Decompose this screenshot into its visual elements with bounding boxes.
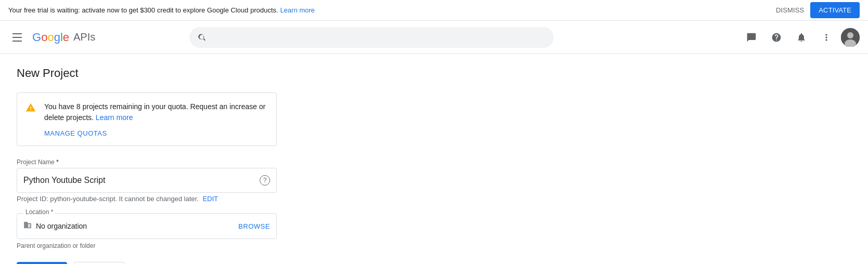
svg-point-1 xyxy=(847,32,853,38)
location-label: Location * xyxy=(23,208,55,216)
support-icon xyxy=(746,32,757,43)
header: Google APIs xyxy=(0,21,868,54)
browse-button[interactable]: BROWSE xyxy=(238,222,270,230)
banner-actions: DISMISS ACTIVATE xyxy=(776,2,860,18)
header-right xyxy=(741,27,860,48)
hamburger-line xyxy=(12,37,22,38)
hamburger-line xyxy=(12,33,22,34)
warning-box: You have 8 projects remaining in your qu… xyxy=(17,93,277,146)
hamburger-line xyxy=(12,41,22,42)
edit-project-id-link[interactable]: EDIT xyxy=(202,195,218,203)
cancel-button[interactable]: CANCEL xyxy=(73,262,125,264)
warning-content: You have 8 projects remaining in your qu… xyxy=(44,101,268,137)
top-banner: Your free trial is waiting: activate now… xyxy=(0,0,868,21)
project-name-label: Project Name * xyxy=(17,159,277,166)
organization-icon xyxy=(23,221,32,231)
dismiss-button[interactable]: DISMISS xyxy=(776,6,804,14)
search-input-wrapper xyxy=(189,27,554,48)
banner-text: Your free trial is waiting: activate now… xyxy=(8,6,278,14)
location-row: No organization BROWSE xyxy=(17,214,276,239)
logo-link[interactable]: Google APIs xyxy=(32,31,95,44)
warning-text: You have 8 projects remaining in your qu… xyxy=(44,101,268,123)
manage-quotas-link[interactable]: MANAGE QUOTAS xyxy=(44,129,107,137)
help-icon-button[interactable] xyxy=(766,27,787,48)
project-id-text: Project ID: python-youtube-script. It ca… xyxy=(17,195,277,203)
banner-message: Your free trial is waiting: activate now… xyxy=(8,6,315,14)
project-name-help-icon[interactable]: ? xyxy=(260,175,270,186)
logo-apis-text: APIs xyxy=(73,31,95,43)
hamburger-menu-button[interactable] xyxy=(8,29,26,46)
notifications-icon xyxy=(796,32,807,43)
logo-google: Google xyxy=(32,31,69,44)
action-buttons: CREATE CANCEL xyxy=(17,262,277,264)
warning-learn-more-link[interactable]: Learn more xyxy=(96,113,133,122)
more-vertical-icon xyxy=(821,32,832,43)
banner-learn-more-link[interactable]: Learn more xyxy=(280,6,314,14)
project-name-input[interactable] xyxy=(23,176,260,185)
parent-org-text: Parent organization or folder xyxy=(17,242,277,249)
user-avatar-image xyxy=(841,28,860,47)
project-name-input-wrapper: ? xyxy=(17,168,277,193)
more-options-button[interactable] xyxy=(816,27,837,48)
search-bar xyxy=(189,27,554,48)
search-icon xyxy=(198,33,207,42)
location-field: Location * No organization BROWSE Parent… xyxy=(17,213,277,249)
location-value: No organization xyxy=(36,222,238,230)
page-title: New Project xyxy=(17,67,851,80)
header-left: Google APIs xyxy=(8,29,95,46)
create-button[interactable]: CREATE xyxy=(17,262,67,264)
activate-button[interactable]: ACTIVATE xyxy=(810,2,860,18)
avatar[interactable] xyxy=(841,28,860,47)
warning-icon xyxy=(25,102,36,137)
support-icon-button[interactable] xyxy=(741,27,762,48)
new-project-form: Project Name * ? Project ID: python-yout… xyxy=(17,159,277,264)
notifications-icon-button[interactable] xyxy=(791,27,812,48)
search-input[interactable] xyxy=(207,33,545,42)
help-icon xyxy=(771,32,782,43)
location-wrapper: Location * No organization BROWSE xyxy=(17,213,277,239)
main-content: New Project You have 8 projects remainin… xyxy=(0,54,868,264)
project-name-field: Project Name * ? Project ID: python-yout… xyxy=(17,159,277,203)
